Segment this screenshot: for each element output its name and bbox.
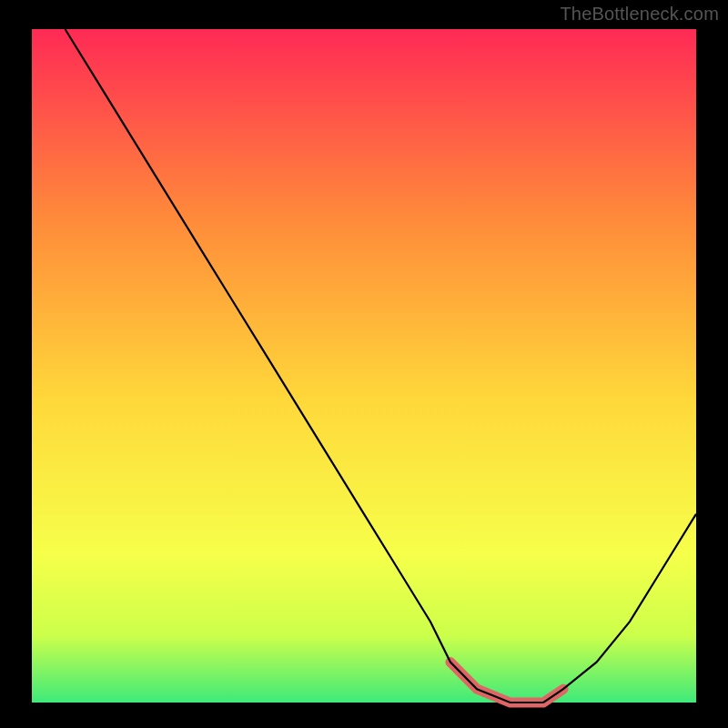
chart-svg: [0, 0, 728, 728]
plot-background: [32, 29, 696, 703]
watermark-text: TheBottleneck.com: [560, 4, 719, 25]
chart-frame: TheBottleneck.com: [0, 0, 728, 728]
